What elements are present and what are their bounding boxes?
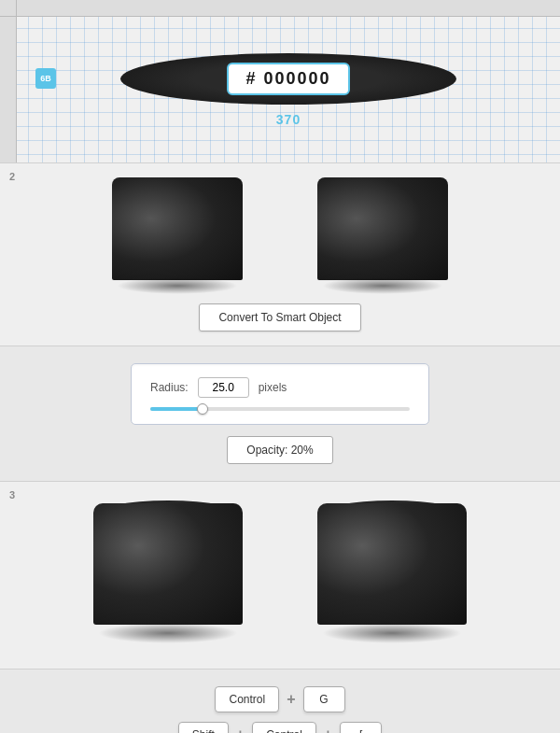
section-number-2: 2 (9, 171, 15, 182)
plus-3: + (324, 726, 332, 733)
section-2: 2 Convert To Smart Object (0, 163, 560, 346)
cylinder-large-body-left (93, 503, 243, 625)
plus-1: + (287, 691, 295, 708)
radius-input[interactable] (198, 377, 249, 398)
ellipse-shape: # 000000 (120, 53, 456, 105)
section-4: 3 (0, 482, 560, 670)
cylinder-body-left (112, 177, 243, 280)
pixels-label: pixels (259, 381, 287, 394)
section-1: 1 6B # 000000 370 (0, 0, 560, 163)
cylinders-row-bottom (0, 500, 560, 636)
cylinder-large-shadow-right (322, 623, 462, 643)
key-control-2: Control (252, 722, 316, 733)
section-1-content: 6B # 000000 370 (17, 17, 560, 162)
plus-2: + (236, 726, 245, 733)
ellipse-container: 6B # 000000 (17, 53, 560, 105)
key-control-1: Control (215, 686, 279, 712)
cylinder-shadow-right (322, 277, 443, 294)
convert-to-smart-object-button[interactable]: Convert To Smart Object (199, 303, 360, 331)
section-5-shortcuts: Control + G Shift + Control + [ (0, 670, 560, 733)
cylinder-body-right (317, 177, 448, 280)
key-bracket: [ (340, 722, 382, 733)
cylinders-row-top (0, 177, 560, 289)
radius-slider-fill (150, 407, 203, 411)
section-3: Radius: pixels Opacity: 20% (0, 346, 560, 482)
shortcut-row-2: Shift + Control + [ (178, 722, 382, 733)
ruler-horizontal (17, 0, 560, 17)
section-number-3: 3 (9, 489, 15, 500)
cylinder-large-shadow-left (98, 623, 238, 643)
cylinder-right (317, 177, 448, 289)
shortcut-row-1: Control + G (215, 686, 344, 712)
key-shift: Shift (178, 722, 229, 733)
cylinder-large-left (93, 500, 243, 636)
ruler-corner (0, 0, 17, 17)
color-channel-icon: 6B (35, 68, 56, 89)
dimension-label: 370 (276, 112, 301, 127)
opacity-button[interactable]: Opacity: 20% (227, 436, 332, 464)
key-g: G (303, 686, 345, 712)
cylinder-shadow-left (117, 277, 238, 294)
color-value-badge[interactable]: # 000000 (227, 63, 349, 95)
ruler-vertical (0, 17, 17, 162)
cylinder-large-body-right (317, 503, 467, 625)
radius-slider-track[interactable] (150, 407, 410, 411)
cylinder-large-right (317, 500, 467, 636)
radius-label: Radius: (150, 381, 189, 394)
cylinder-left (112, 177, 243, 289)
radius-row: Radius: pixels (150, 377, 410, 398)
radius-slider-thumb[interactable] (197, 403, 208, 415)
radius-box: Radius: pixels (131, 363, 429, 425)
